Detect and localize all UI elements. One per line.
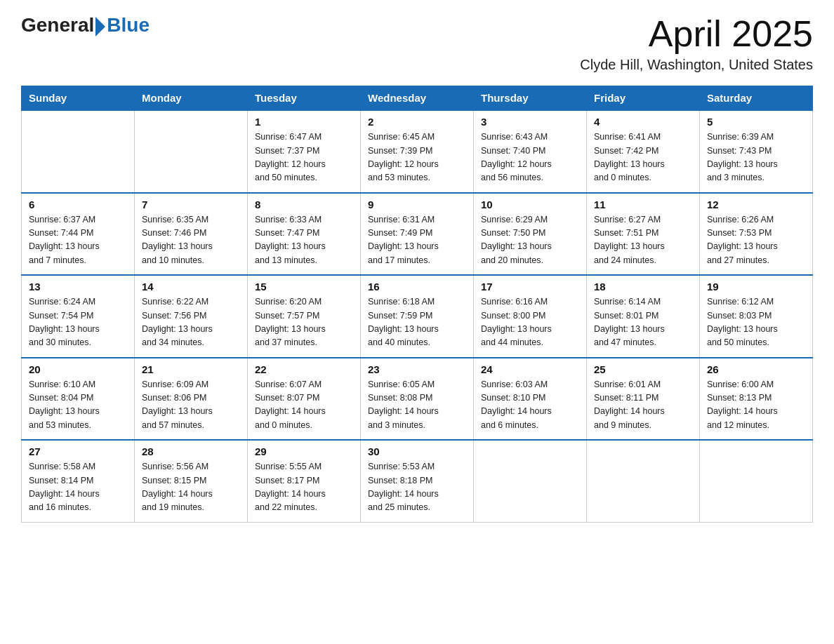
day-info: Sunrise: 6:22 AM Sunset: 7:56 PM Dayligh… <box>142 295 240 350</box>
day-number: 18 <box>594 281 692 293</box>
day-number: 30 <box>368 445 466 457</box>
column-header-saturday: Saturday <box>700 86 813 111</box>
calendar-cell <box>474 440 587 522</box>
calendar-cell: 26Sunrise: 6:00 AM Sunset: 8:13 PM Dayli… <box>700 358 813 441</box>
calendar-cell: 29Sunrise: 5:55 AM Sunset: 8:17 PM Dayli… <box>248 440 361 522</box>
calendar-cell: 27Sunrise: 5:58 AM Sunset: 8:14 PM Dayli… <box>22 440 135 522</box>
day-info: Sunrise: 6:47 AM Sunset: 7:37 PM Dayligh… <box>255 130 353 185</box>
calendar-cell <box>587 440 700 522</box>
day-number: 13 <box>29 281 127 293</box>
day-number: 1 <box>255 116 353 128</box>
day-number: 17 <box>481 281 579 293</box>
day-number: 22 <box>255 363 353 375</box>
day-info: Sunrise: 5:53 AM Sunset: 8:18 PM Dayligh… <box>368 460 466 515</box>
day-number: 14 <box>142 281 240 293</box>
day-info: Sunrise: 6:12 AM Sunset: 8:03 PM Dayligh… <box>707 295 805 350</box>
day-info: Sunrise: 6:37 AM Sunset: 7:44 PM Dayligh… <box>29 213 127 268</box>
calendar-cell: 9Sunrise: 6:31 AM Sunset: 7:49 PM Daylig… <box>361 193 474 276</box>
calendar-cell: 18Sunrise: 6:14 AM Sunset: 8:01 PM Dayli… <box>587 275 700 358</box>
day-info: Sunrise: 6:24 AM Sunset: 7:54 PM Dayligh… <box>29 295 127 350</box>
column-header-monday: Monday <box>135 86 248 111</box>
logo-triangle-icon <box>95 17 105 36</box>
logo-blue-text: Blue <box>107 14 150 36</box>
day-number: 5 <box>707 116 805 128</box>
calendar-cell: 3Sunrise: 6:43 AM Sunset: 7:40 PM Daylig… <box>474 110 587 193</box>
calendar-cell: 24Sunrise: 6:03 AM Sunset: 8:10 PM Dayli… <box>474 358 587 441</box>
column-header-sunday: Sunday <box>22 86 135 111</box>
day-info: Sunrise: 6:45 AM Sunset: 7:39 PM Dayligh… <box>368 130 466 185</box>
day-number: 29 <box>255 445 353 457</box>
logo-general-text: General <box>21 14 94 36</box>
day-info: Sunrise: 6:18 AM Sunset: 7:59 PM Dayligh… <box>368 295 466 350</box>
day-info: Sunrise: 6:10 AM Sunset: 8:04 PM Dayligh… <box>29 378 127 433</box>
day-info: Sunrise: 6:31 AM Sunset: 7:49 PM Dayligh… <box>368 213 466 268</box>
day-number: 27 <box>29 445 127 457</box>
day-info: Sunrise: 5:58 AM Sunset: 8:14 PM Dayligh… <box>29 460 127 515</box>
day-number: 10 <box>481 199 579 210</box>
calendar-cell <box>22 110 135 193</box>
week-row: 20Sunrise: 6:10 AM Sunset: 8:04 PM Dayli… <box>22 358 813 441</box>
column-header-friday: Friday <box>587 86 700 111</box>
day-info: Sunrise: 6:27 AM Sunset: 7:51 PM Dayligh… <box>594 213 692 268</box>
day-number: 19 <box>707 281 805 293</box>
day-info: Sunrise: 6:01 AM Sunset: 8:11 PM Dayligh… <box>594 378 692 433</box>
calendar-cell: 4Sunrise: 6:41 AM Sunset: 7:42 PM Daylig… <box>587 110 700 193</box>
day-info: Sunrise: 6:26 AM Sunset: 7:53 PM Dayligh… <box>707 213 805 268</box>
calendar-cell: 30Sunrise: 5:53 AM Sunset: 8:18 PM Dayli… <box>361 440 474 522</box>
week-row: 1Sunrise: 6:47 AM Sunset: 7:37 PM Daylig… <box>22 110 813 193</box>
calendar-cell: 11Sunrise: 6:27 AM Sunset: 7:51 PM Dayli… <box>587 193 700 276</box>
calendar-cell: 22Sunrise: 6:07 AM Sunset: 8:07 PM Dayli… <box>248 358 361 441</box>
calendar-cell: 28Sunrise: 5:56 AM Sunset: 8:15 PM Dayli… <box>135 440 248 522</box>
day-number: 20 <box>29 363 127 375</box>
day-number: 6 <box>29 199 127 210</box>
calendar-cell: 25Sunrise: 6:01 AM Sunset: 8:11 PM Dayli… <box>587 358 700 441</box>
week-row: 27Sunrise: 5:58 AM Sunset: 8:14 PM Dayli… <box>22 440 813 522</box>
day-number: 16 <box>368 281 466 293</box>
day-number: 11 <box>594 199 692 210</box>
day-number: 21 <box>142 363 240 375</box>
day-info: Sunrise: 6:20 AM Sunset: 7:57 PM Dayligh… <box>255 295 353 350</box>
day-number: 3 <box>481 116 579 128</box>
day-info: Sunrise: 6:41 AM Sunset: 7:42 PM Dayligh… <box>594 130 692 185</box>
calendar-cell: 12Sunrise: 6:26 AM Sunset: 7:53 PM Dayli… <box>700 193 813 276</box>
calendar-cell: 19Sunrise: 6:12 AM Sunset: 8:03 PM Dayli… <box>700 275 813 358</box>
day-info: Sunrise: 6:35 AM Sunset: 7:46 PM Dayligh… <box>142 213 240 268</box>
calendar-cell: 16Sunrise: 6:18 AM Sunset: 7:59 PM Dayli… <box>361 275 474 358</box>
week-row: 13Sunrise: 6:24 AM Sunset: 7:54 PM Dayli… <box>22 275 813 358</box>
calendar-cell: 2Sunrise: 6:45 AM Sunset: 7:39 PM Daylig… <box>361 110 474 193</box>
day-info: Sunrise: 6:39 AM Sunset: 7:43 PM Dayligh… <box>707 130 805 185</box>
day-number: 24 <box>481 363 579 375</box>
day-info: Sunrise: 5:55 AM Sunset: 8:17 PM Dayligh… <box>255 460 353 515</box>
column-header-tuesday: Tuesday <box>248 86 361 111</box>
calendar-cell: 17Sunrise: 6:16 AM Sunset: 8:00 PM Dayli… <box>474 275 587 358</box>
calendar-cell <box>135 110 248 193</box>
calendar-cell: 8Sunrise: 6:33 AM Sunset: 7:47 PM Daylig… <box>248 193 361 276</box>
calendar-cell: 23Sunrise: 6:05 AM Sunset: 8:08 PM Dayli… <box>361 358 474 441</box>
day-number: 15 <box>255 281 353 293</box>
day-number: 2 <box>368 116 466 128</box>
calendar-cell: 20Sunrise: 6:10 AM Sunset: 8:04 PM Dayli… <box>22 358 135 441</box>
day-info: Sunrise: 6:16 AM Sunset: 8:00 PM Dayligh… <box>481 295 579 350</box>
day-info: Sunrise: 6:00 AM Sunset: 8:13 PM Dayligh… <box>707 378 805 433</box>
column-header-wednesday: Wednesday <box>361 86 474 111</box>
calendar-location: Clyde Hill, Washington, United States <box>580 57 813 73</box>
title-area: April 2025 Clyde Hill, Washington, Unite… <box>580 14 813 73</box>
page-header: General Blue April 2025 Clyde Hill, Wash… <box>21 14 813 73</box>
calendar-title: April 2025 <box>580 14 813 54</box>
day-number: 7 <box>142 199 240 210</box>
day-number: 9 <box>368 199 466 210</box>
day-info: Sunrise: 6:07 AM Sunset: 8:07 PM Dayligh… <box>255 378 353 433</box>
day-number: 23 <box>368 363 466 375</box>
calendar-cell: 14Sunrise: 6:22 AM Sunset: 7:56 PM Dayli… <box>135 275 248 358</box>
day-number: 28 <box>142 445 240 457</box>
day-number: 12 <box>707 199 805 210</box>
day-number: 26 <box>707 363 805 375</box>
day-number: 8 <box>255 199 353 210</box>
calendar-cell: 21Sunrise: 6:09 AM Sunset: 8:06 PM Dayli… <box>135 358 248 441</box>
day-number: 4 <box>594 116 692 128</box>
calendar-cell: 13Sunrise: 6:24 AM Sunset: 7:54 PM Dayli… <box>22 275 135 358</box>
calendar-cell: 7Sunrise: 6:35 AM Sunset: 7:46 PM Daylig… <box>135 193 248 276</box>
week-row: 6Sunrise: 6:37 AM Sunset: 7:44 PM Daylig… <box>22 193 813 276</box>
day-info: Sunrise: 6:09 AM Sunset: 8:06 PM Dayligh… <box>142 378 240 433</box>
calendar-cell <box>700 440 813 522</box>
